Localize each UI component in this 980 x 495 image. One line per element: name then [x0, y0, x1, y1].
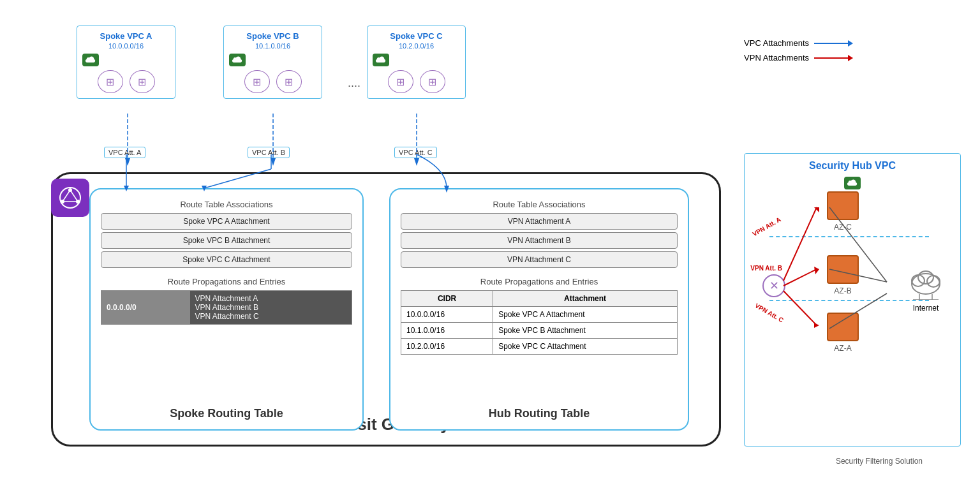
svg-line-5	[63, 190, 70, 202]
az-c-label: AZ-C	[834, 223, 852, 232]
spoke-vpc-b-title: Spoke VPC B	[229, 31, 316, 41]
cloud-icon-b	[229, 54, 246, 66]
legend: VPC Attachments VPN Attachments	[744, 38, 852, 63]
spoke-vpc-b: Spoke VPC B 10.1.0.0/16 ⊞ ⊞	[223, 26, 322, 99]
svg-line-4	[70, 190, 78, 202]
hub-row2-cidr: 10.1.0.0/16	[401, 323, 493, 339]
ellipsis: ....	[348, 77, 360, 90]
spoke-vpc-c: Spoke VPC C 10.2.0.0/16 ⊞ ⊞	[367, 26, 466, 99]
router-c2-icon: ⊞	[420, 70, 445, 93]
hub-row1-cidr: 10.0.0.0/16	[401, 307, 493, 323]
legend-vpc: VPC Attachments	[744, 38, 852, 48]
internet-cloud-icon	[907, 265, 945, 300]
hub-rt-prop-label: Route Propagations and Entries	[401, 277, 678, 286]
hub-rt-assoc-label: Route Table Associations	[401, 200, 678, 209]
vpc-att-c-label: VPC Att. C	[394, 147, 437, 158]
hub-row3-att: Spoke VPC C Attachment	[493, 339, 678, 355]
spoke-assoc-c: Spoke VPC C Attachment	[101, 251, 352, 268]
spoke-vpc-c-title: Spoke VPC C	[373, 31, 460, 41]
router-b1-icon: ⊞	[244, 70, 270, 93]
legend-vpn-label: VPN Attachments	[744, 53, 809, 63]
diagram-container: VPC Attachments VPN Attachments Spoke VP…	[0, 0, 980, 495]
hub-row3-cidr: 10.2.0.0/16	[401, 339, 493, 355]
hub-col-cidr: CIDR	[401, 291, 493, 307]
security-filtering-label: Security Filtering Solution	[836, 457, 923, 466]
firewall-az-a-1	[827, 313, 859, 341]
spoke-vpc-a-cidr: 10.0.0.0/16	[82, 42, 170, 50]
router-a1-icon: ⊞	[98, 70, 123, 93]
hub-assoc-a: VPN Attachment A	[401, 213, 678, 230]
spoke-routing-table-box: Route Table Associations Spoke VPC A Att…	[89, 188, 364, 431]
spoke-rt-title: Spoke Routing Table	[91, 407, 362, 420]
spoke-vpc-b-cidr: 10.1.0.0/16	[229, 42, 316, 50]
internet-cloud-group: Internet	[907, 265, 945, 313]
spoke-assoc-b: Spoke VPC B Attachment	[101, 232, 352, 249]
spoke-vpc-a: Spoke VPC A 10.0.0.0/16 ⊞ ⊞	[77, 26, 175, 99]
vpc-att-a-label: VPC Att. A	[104, 147, 145, 158]
az-b-group: AZ-B	[827, 255, 859, 295]
cloud-icon-a	[82, 54, 99, 66]
router-c1-icon: ⊞	[388, 70, 413, 93]
az-a-label: AZ-A	[834, 344, 851, 353]
spoke-prop-attachments: VPN Attachment AVPN Attachment BVPN Atta…	[189, 291, 352, 325]
tgw-connector-security: ✕	[762, 274, 785, 297]
hub-routing-table-box: Route Table Associations VPN Attachment …	[389, 188, 689, 431]
hub-prop-table: CIDR Attachment 10.0.0.0/16 Spoke VPC A …	[401, 290, 678, 355]
spoke-vpc-c-cidr: 10.2.0.0/16	[373, 42, 460, 50]
tgw-icon	[51, 179, 89, 217]
spoke-prop-cidr: 0.0.0.0/0	[101, 291, 190, 325]
spoke-rt-assoc-label: Route Table Associations	[101, 200, 352, 209]
security-hub-title: Security Hub VPC	[751, 160, 954, 172]
az-b-label: AZ-B	[834, 286, 851, 295]
vpc-c-routers: ⊞ ⊞	[373, 70, 460, 93]
spoke-prop-table: 0.0.0.0/0 VPN Attachment AVPN Attachment…	[101, 290, 352, 325]
az-c-group: AZ-C	[827, 191, 859, 232]
hub-rt-title: Hub Routing Table	[390, 407, 688, 420]
vpc-a-routers: ⊞ ⊞	[82, 70, 170, 93]
az-dashed-line-1	[769, 236, 929, 237]
security-hub-cloud-icon	[844, 177, 861, 189]
hub-row1-att: Spoke VPC A Attachment	[493, 307, 678, 323]
vpc-arrow-icon	[814, 43, 852, 44]
firewall-az-b-1	[827, 255, 859, 284]
spoke-vpc-a-title: Spoke VPC A	[82, 31, 170, 41]
vpc-att-b-label: VPC Att. B	[248, 147, 290, 158]
cloud-icon-c	[373, 54, 389, 66]
internet-label: Internet	[907, 304, 945, 313]
svg-marker-15	[125, 158, 130, 166]
firewall-az-c-1	[827, 191, 859, 220]
hub-assoc-c: VPN Attachment C	[401, 251, 678, 268]
svg-marker-19	[414, 158, 419, 166]
spoke-rt-prop-label: Route Propagations and Entries	[101, 277, 352, 286]
spoke-assoc-a: Spoke VPC A Attachment	[101, 213, 352, 230]
svg-marker-17	[271, 158, 276, 166]
vpc-b-routers: ⊞ ⊞	[229, 70, 316, 93]
az-a-group: AZ-A	[827, 313, 859, 353]
vpn-att-b-arrow-label: VPN Att. B	[750, 265, 782, 272]
hub-row2-att: Spoke VPC B Attachment	[493, 323, 678, 339]
legend-vpn: VPN Attachments	[744, 53, 852, 63]
az-dashed-line-2	[769, 300, 929, 301]
hub-assoc-b: VPN Attachment B	[401, 232, 678, 249]
legend-vpc-label: VPC Attachments	[744, 38, 809, 48]
hub-col-attachment: Attachment	[493, 291, 678, 307]
router-a2-icon: ⊞	[130, 70, 155, 93]
vpn-arrow-icon	[814, 57, 852, 59]
router-b2-icon: ⊞	[276, 70, 302, 93]
